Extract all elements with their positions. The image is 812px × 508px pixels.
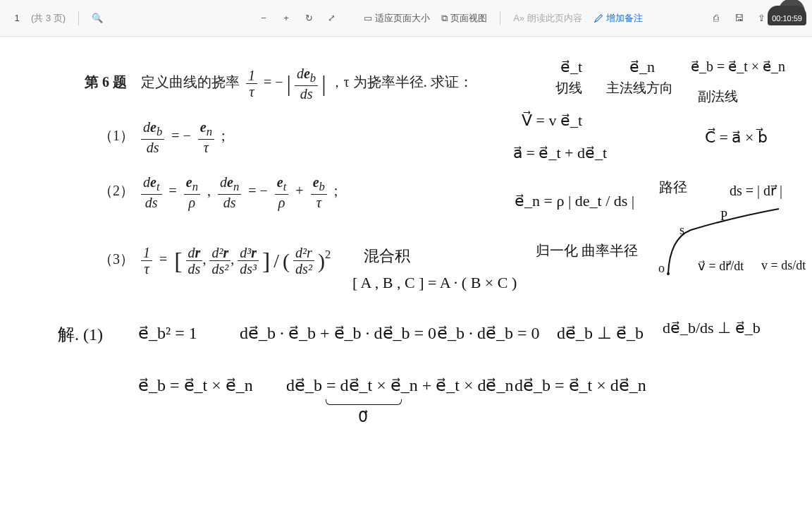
- hand-sol-label: 解. (1): [58, 323, 103, 346]
- collapse-button[interactable]: ⤢: [321, 8, 341, 28]
- eq-num-r: deb: [295, 66, 318, 86]
- hand-eq8: de⃗_b = e⃗_t × de⃗_n: [515, 375, 646, 395]
- page-view-label: 页面视图: [450, 12, 487, 25]
- add-note-label: 增加备注: [606, 12, 643, 25]
- hand-a-eq: a⃗ = e⃗_t + de⃗_t: [513, 144, 607, 162]
- pen-icon: [593, 13, 603, 23]
- add-note-button[interactable]: 增加备注: [589, 9, 647, 28]
- page-total: (共 3 页): [31, 12, 66, 25]
- hand-en: e⃗_n: [629, 58, 655, 76]
- hand-v-eq: V⃗ = v e⃗_t: [522, 111, 582, 130]
- hand-zero: 0⃗: [358, 408, 368, 426]
- read-aloud-button[interactable]: A» 朗读此页内容: [509, 9, 586, 28]
- hand-vdr: v⃗ = dr⃗/dt: [698, 258, 744, 274]
- zoom-out-button[interactable]: −: [254, 8, 273, 28]
- separator: [500, 11, 500, 25]
- hand-et: e⃗_t: [560, 58, 582, 76]
- hand-ds: ds = | dr⃗ |: [730, 182, 782, 199]
- search-icon[interactable]: 🔍: [87, 8, 107, 28]
- problem-label: 第 6 题: [85, 74, 127, 90]
- read-aloud-icon: A»: [513, 13, 524, 23]
- svg-point-0: [667, 272, 670, 275]
- q2-label: （2）: [99, 183, 134, 198]
- hand-vds: v = ds/dt: [761, 258, 806, 273]
- separator: [78, 11, 79, 25]
- hand-eq4: de⃗_b ⊥ e⃗_b: [557, 323, 644, 343]
- hand-guiyi: 归一化 曲率半径: [536, 241, 638, 260]
- underbrace: [326, 399, 402, 405]
- hand-mixed: 混合积: [364, 246, 410, 267]
- eq-den-r: ds: [298, 86, 315, 101]
- eq-num: 1: [246, 68, 257, 84]
- hand-c-eq: C⃗ = a⃗ × b⃗: [705, 128, 768, 147]
- hand-eq2: de⃗_b · e⃗_b + e⃗_b · de⃗_b = 0: [240, 323, 436, 343]
- path-curve-sketch: [656, 203, 782, 288]
- q1-label: （1）: [99, 128, 134, 143]
- read-aloud-label: 朗读此页内容: [527, 12, 582, 25]
- hand-triple: [ A , B , C ] = A · ( B × C ): [352, 274, 517, 292]
- hand-eq6: e⃗_b = e⃗_t × e⃗_n: [138, 375, 253, 395]
- fit-page-button[interactable]: ▭ 适应页面大小: [359, 9, 434, 28]
- definition-post: ，τ 为挠率半径. 求证：: [330, 74, 473, 90]
- page-view-icon: ⧉: [441, 13, 448, 24]
- hand-et-label: 切线: [555, 79, 582, 97]
- hand-eb-label: 副法线: [698, 87, 738, 106]
- hand-eq3: e⃗_b · de⃗_b = 0: [437, 323, 540, 343]
- hand-P: P: [720, 209, 727, 224]
- hand-en-label: 主法线方向: [606, 79, 673, 97]
- hand-o: o: [658, 261, 665, 276]
- page-number[interactable]: 1: [6, 13, 28, 23]
- hand-eb: e⃗_b = e⃗_t × e⃗_n: [691, 58, 785, 75]
- fit-page-label: 适应页面大小: [375, 12, 430, 25]
- hand-en-def: e⃗_n = ρ | de_t / ds |: [515, 192, 634, 210]
- zoom-in-button[interactable]: +: [276, 8, 296, 28]
- eq-den: τ: [247, 84, 256, 99]
- hand-eq5: de⃗_b/ds ⊥ e⃗_b: [663, 319, 761, 337]
- definition-text: 定义曲线的挠率: [141, 74, 240, 90]
- eq-mid: = −: [264, 74, 283, 90]
- hand-s: s: [679, 223, 684, 238]
- save-button[interactable]: 🖫: [729, 8, 749, 28]
- q3-label: （3）: [99, 251, 134, 267]
- hand-eq1: e⃗_b² = 1: [138, 323, 197, 343]
- toolbar: 1 (共 3 页) 🔍 − + ↻ ⤢ ▭ 适应页面大小 ⧉ 页面视图 A» 朗…: [0, 0, 812, 37]
- fit-page-icon: ▭: [364, 13, 372, 23]
- page-view-button[interactable]: ⧉ 页面视图: [437, 9, 491, 28]
- document-page: 第 6 题 定义曲线的挠率 1 τ = − | deb ds | ，τ 为挠率半…: [0, 37, 812, 508]
- print-button[interactable]: ⎙: [706, 8, 726, 28]
- timer-badge: 00:10:59: [768, 6, 806, 25]
- hand-eq7: de⃗_b = de⃗_t × e⃗_n + e⃗_t × de⃗_n: [286, 375, 513, 395]
- hand-luji: 路径: [659, 178, 687, 197]
- rotate-button[interactable]: ↻: [299, 8, 319, 28]
